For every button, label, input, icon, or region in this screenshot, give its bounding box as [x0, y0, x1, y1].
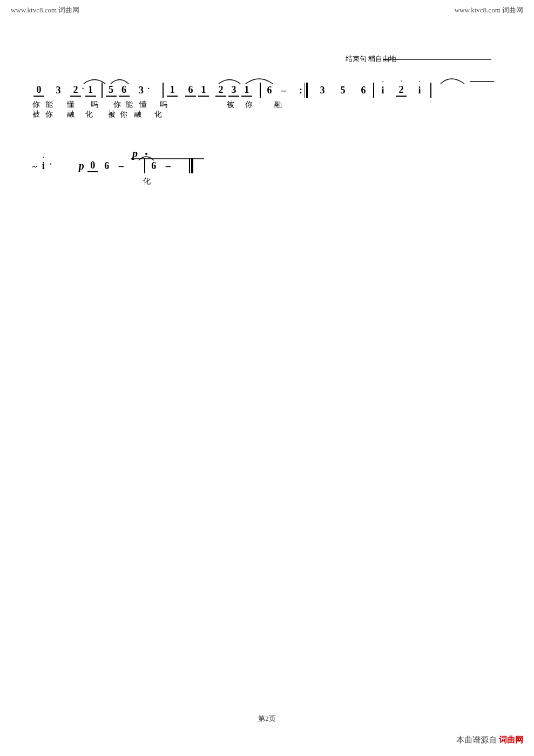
note-1b: 1	[167, 84, 178, 97]
row2: p ~ · i · p 0 6 –	[32, 143, 502, 197]
row1-lyrics1: 你能 懂 吗 你能 懂 吗 被 你 融	[32, 100, 282, 110]
note-3b: 3	[228, 84, 239, 97]
note-1d: 1	[241, 84, 252, 97]
note-5b: 5	[337, 85, 348, 96]
note-3: 3	[53, 85, 64, 96]
row2-lyrics: 化	[32, 177, 151, 186]
note-2dot: 2	[70, 84, 81, 97]
note-6e: 6	[148, 160, 159, 172]
note-6: 6	[119, 84, 130, 97]
footer-source: 本曲谱源自 词曲网	[456, 735, 523, 745]
dash-2: –	[119, 160, 124, 172]
note-i1: · i	[377, 85, 388, 96]
barline-6	[144, 158, 145, 173]
note-6c: 6	[264, 85, 275, 96]
dynamic-p-inline: p	[79, 160, 84, 172]
header-watermark-left: www.ktvc8.com 词曲网	[11, 5, 79, 15]
dash-1: –	[281, 85, 286, 96]
note-3dot: 3	[136, 85, 147, 96]
note-i2: · i	[414, 85, 425, 96]
note-i3: · i	[38, 160, 49, 172]
note-5: 5	[106, 84, 117, 97]
footer-page-number: 第2页	[258, 714, 276, 724]
note-1: 1	[85, 84, 96, 97]
header-watermark-right: www.ktvc8.com 词曲网	[455, 5, 523, 15]
note-2b: 2	[215, 84, 226, 97]
barline-final	[189, 158, 193, 173]
row1: 0 3 2·1 56 3· 1 61 231	[32, 68, 502, 132]
footer-source-prefix: 本曲谱源自	[456, 735, 497, 744]
note-2c: · 2	[396, 84, 407, 97]
barline-5	[430, 83, 431, 98]
note-6-fermata: 6	[102, 160, 112, 172]
section-label-line	[383, 59, 491, 60]
note-3c: 3	[317, 85, 328, 96]
barline-repeat-end: :	[299, 83, 308, 98]
dash-3: –	[166, 160, 171, 172]
note-0b: 0	[87, 160, 98, 172]
note-6b: 6	[185, 84, 196, 97]
barline-4	[373, 83, 374, 98]
row1-notes: 0 3 2·1 56 3· 1 61 231	[32, 83, 434, 98]
barline-3	[260, 83, 261, 98]
svg-point-1	[145, 153, 147, 155]
barline-2	[163, 83, 164, 98]
music-content: 结束句 稍自由地 0 3 2·1	[32, 54, 502, 197]
note-0: 0	[33, 84, 44, 97]
note-6d: 6	[358, 85, 369, 96]
section-label: 结束句 稍自由地	[346, 54, 396, 64]
note-1c: 1	[198, 84, 209, 97]
footer-source-site: 词曲网	[499, 735, 523, 744]
barline-1	[102, 83, 103, 98]
row2-notes: ~ · i · p 0 6 – 6 –	[32, 158, 193, 173]
row1-lyrics2: 被你 融 化 被你 融 化	[32, 110, 162, 119]
